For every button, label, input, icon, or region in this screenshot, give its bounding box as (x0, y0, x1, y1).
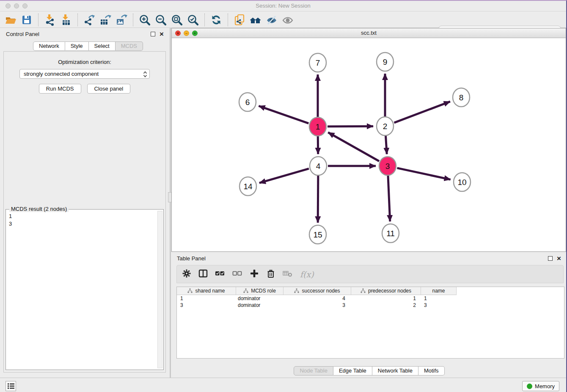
graph-node-9[interactable]: 9 (377, 52, 394, 71)
tab-network[interactable]: Network (33, 41, 65, 51)
graph-edge-3-11[interactable] (388, 176, 390, 221)
graph-edge-4-15[interactable] (318, 176, 318, 223)
table-split-view-button[interactable] (198, 269, 208, 280)
tab-network-table[interactable]: Network Table (372, 366, 418, 375)
import-network-button[interactable] (42, 13, 58, 27)
graph-node-11[interactable]: 11 (382, 224, 399, 243)
refresh-view-button[interactable] (208, 13, 224, 27)
delete-table-button[interactable] (283, 269, 293, 280)
select-all-columns-button[interactable] (215, 269, 225, 280)
graph-node-8[interactable]: 8 (453, 88, 470, 107)
export-table-button[interactable] (97, 13, 113, 27)
graph-node-1[interactable]: 1 (309, 117, 326, 136)
tab-style[interactable]: Style (65, 41, 89, 51)
graph-node-6[interactable]: 6 (239, 93, 256, 111)
optimization-criterion-dropdown[interactable]: strongly connected component (19, 69, 150, 79)
function-builder-button[interactable]: f(x) (300, 270, 314, 279)
graph-edge-4-14[interactable] (259, 168, 309, 183)
column-header-mcds-role[interactable]: MCDS role (236, 287, 284, 295)
cell-name[interactable]: 1 (421, 295, 457, 301)
cell-mcds-role[interactable]: dominator (236, 295, 284, 301)
network-canvas[interactable]: 7968124314101511 (172, 38, 566, 251)
mcds-result-text[interactable]: 1 3 (6, 210, 157, 369)
tab-motifs[interactable]: Motifs (418, 366, 445, 375)
table-row[interactable]: 1 dominator 4 1 1 (177, 295, 564, 302)
graph-node-label: 15 (313, 230, 322, 239)
tab-mcds[interactable]: MCDS (116, 41, 143, 51)
column-label: MCDS role (251, 288, 276, 294)
result-scrollbar[interactable] (157, 211, 162, 368)
tab-select[interactable]: Select (89, 41, 116, 51)
run-mcds-button[interactable]: Run MCDS (39, 84, 81, 94)
memory-button[interactable]: Memory (522, 381, 559, 391)
hierarchy-icon (294, 288, 299, 293)
tab-node-table[interactable]: Node Table (294, 366, 333, 375)
add-column-button[interactable] (250, 269, 259, 280)
network-graph[interactable]: 7968124314101511 (172, 38, 566, 251)
table-row[interactable]: 3 dominator 3 2 3 (177, 302, 564, 309)
column-label: name (432, 288, 445, 294)
column-header-successor-nodes[interactable]: successor nodes (284, 287, 351, 295)
open-session-button[interactable] (3, 13, 19, 27)
table-panel-float-icon[interactable] (548, 256, 553, 261)
zoom-selected-button[interactable] (185, 13, 201, 27)
graph-edge-1-6[interactable] (259, 106, 308, 123)
cell-mcds-role[interactable]: dominator (236, 302, 284, 308)
deselect-all-columns-button[interactable] (232, 269, 242, 280)
graph-node-2[interactable]: 2 (377, 117, 394, 135)
toolbar-separator (133, 14, 133, 26)
cell-shared-name[interactable]: 1 (177, 295, 236, 301)
graph-edge-2-3[interactable] (385, 136, 387, 154)
graph-edge-2-8[interactable] (394, 102, 450, 123)
plus-icon (250, 269, 259, 278)
column-header-predecessor-nodes[interactable]: predecessor nodes (351, 287, 421, 295)
export-network-button[interactable] (81, 13, 97, 27)
network-window-titlebar[interactable]: ✕ − + scc.txt (172, 28, 566, 38)
column-header-shared-name[interactable]: shared name (177, 287, 236, 295)
graph-node-14[interactable]: 14 (239, 177, 256, 196)
graph-edge-1-2[interactable] (328, 126, 373, 127)
import-table-button[interactable] (58, 13, 74, 27)
graph-node-3[interactable]: 3 (379, 157, 396, 175)
gear-icon (182, 269, 191, 278)
export-image-button[interactable] (113, 13, 129, 27)
cell-predecessor-nodes[interactable]: 1 (351, 295, 421, 301)
clone-network-button[interactable] (231, 13, 248, 27)
close-panel-button[interactable]: Close panel (87, 84, 131, 94)
cell-successor-nodes[interactable]: 3 (284, 302, 351, 308)
table-settings-button[interactable] (182, 269, 191, 280)
zoom-out-button[interactable] (153, 13, 169, 27)
network-view-window: ✕ − + scc.txt 7968124314101511 (171, 28, 566, 252)
graph-edge-3-10[interactable] (397, 168, 450, 179)
tab-edge-table[interactable]: Edge Table (333, 366, 372, 375)
table-toolbar: f(x) (176, 265, 564, 283)
toolbar-separator (38, 14, 39, 26)
mcds-panel: Optimization criterion: strongly connect… (3, 51, 166, 373)
cell-name[interactable]: 3 (421, 302, 457, 308)
dropdown-value: strongly connected component (24, 71, 99, 77)
zoom-in-button[interactable] (137, 13, 153, 27)
control-panel-close-icon[interactable]: × (160, 32, 164, 36)
graph-node-10[interactable]: 10 (454, 173, 471, 191)
vertical-splitter[interactable] (170, 28, 171, 378)
column-header-name[interactable]: name (421, 287, 457, 295)
table-panel-close-icon[interactable]: × (557, 256, 561, 261)
zoom-fit-button[interactable] (169, 13, 185, 27)
cell-shared-name[interactable]: 3 (177, 302, 236, 308)
graph-edge-3-1[interactable] (328, 133, 379, 161)
unchecked-boxes-icon (232, 269, 242, 278)
graph-node-15[interactable]: 15 (309, 225, 326, 244)
cell-predecessor-nodes[interactable]: 2 (351, 302, 421, 308)
result-line: 3 (9, 220, 157, 228)
graph-node-4[interactable]: 4 (310, 157, 327, 175)
show-all-button[interactable] (280, 13, 296, 27)
task-history-button[interactable] (6, 381, 16, 391)
control-panel-float-icon[interactable] (151, 32, 155, 36)
graph-node-7[interactable]: 7 (309, 53, 326, 72)
save-session-button[interactable] (19, 13, 35, 27)
first-neighbors-button[interactable] (248, 13, 264, 27)
cell-successor-nodes[interactable]: 4 (284, 295, 351, 301)
delete-column-button[interactable] (266, 269, 275, 280)
hide-selected-button[interactable] (264, 13, 280, 27)
table-panel-title: Table Panel (177, 255, 206, 262)
